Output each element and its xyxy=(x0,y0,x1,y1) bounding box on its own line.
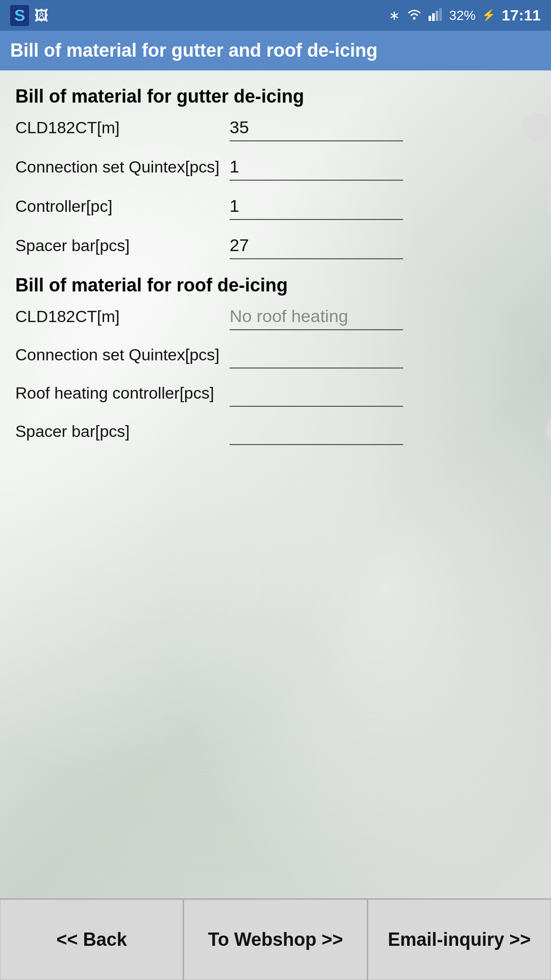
svg-rect-3 xyxy=(436,11,438,21)
battery-text: 32% xyxy=(449,8,475,23)
roof-spacer-label: Spacer bar[pcs] xyxy=(15,422,230,445)
battery-icon: ⚡ xyxy=(482,9,495,22)
gutter-spacer-label: Spacer bar[pcs] xyxy=(15,236,230,259)
roof-controller-label: Roof heating controller[pcs] xyxy=(15,384,230,407)
gutter-section-title: Bill of material for gutter de-icing xyxy=(15,86,536,107)
gutter-controller-value: 1 xyxy=(230,196,403,220)
roof-spacer-row: Spacer bar[pcs] xyxy=(15,422,536,445)
roof-connection-row: Connection set Quintex[pcs] xyxy=(15,346,536,369)
gutter-controller-row: Controller[pc] 1 xyxy=(15,196,536,220)
scroll-indicator xyxy=(546,414,551,445)
roof-cld182ct-placeholder: No roof heating xyxy=(230,306,403,330)
gutter-spacer-row: Spacer bar[pcs] 27 xyxy=(15,235,536,259)
roof-controller-row: Roof heating controller[pcs] xyxy=(15,384,536,407)
gutter-cld182ct-row: CLD182CT[m] 35 xyxy=(15,117,536,141)
gutter-controller-toggle[interactable] xyxy=(546,189,551,220)
app-title: Bill of material for gutter and roof de-… xyxy=(10,40,378,61)
wifi-icon xyxy=(406,7,422,24)
signal-icon xyxy=(429,7,443,24)
photo-icon: 🖼 xyxy=(34,7,48,24)
status-right-icons: ∗ 32% ⚡ 17:11 xyxy=(389,7,541,24)
roof-connection-value xyxy=(230,346,403,369)
status-left-icons: S 🖼 xyxy=(10,5,48,26)
gutter-cld182ct-value: 35 xyxy=(230,117,403,141)
gutter-connection-value: 1 xyxy=(230,157,403,181)
gutter-cld182ct-label: CLD182CT[m] xyxy=(15,118,230,141)
gutter-spacer-value: 27 xyxy=(230,235,403,259)
svg-rect-1 xyxy=(429,16,431,21)
gutter-cld182ct-toggle[interactable] xyxy=(522,113,551,141)
roof-spacer-value xyxy=(230,423,403,445)
roof-cld182ct-row: CLD182CT[m] No roof heating xyxy=(15,306,536,330)
app-icon-s: S xyxy=(10,5,29,26)
roof-controller-value xyxy=(230,384,403,407)
svg-rect-2 xyxy=(432,13,435,21)
bluetooth-icon: ∗ xyxy=(389,8,400,23)
main-content: Bill of material for gutter de-icing CLD… xyxy=(0,70,551,898)
roof-cld182ct-label: CLD182CT[m] xyxy=(15,307,230,330)
app-title-bar: Bill of material for gutter and roof de-… xyxy=(0,31,551,70)
status-bar: S 🖼 ∗ 32% ⚡ 17:11 xyxy=(0,0,551,31)
roof-section: Bill of material for roof de-icing CLD18… xyxy=(15,275,536,445)
back-button[interactable]: << Back xyxy=(0,899,184,980)
email-button[interactable]: Email-inquiry >> xyxy=(368,899,551,980)
svg-point-0 xyxy=(413,17,416,19)
gutter-section: Bill of material for gutter de-icing CLD… xyxy=(15,86,536,259)
gutter-connection-label: Connection set Quintex[pcs] xyxy=(15,158,230,181)
svg-rect-4 xyxy=(439,8,442,21)
gutter-controller-label: Controller[pc] xyxy=(15,197,230,220)
bottom-buttons: << Back To Webshop >> Email-inquiry >> xyxy=(0,898,551,980)
roof-section-title: Bill of material for roof de-icing xyxy=(15,275,536,296)
roof-connection-label: Connection set Quintex[pcs] xyxy=(15,346,230,369)
gutter-connection-row: Connection set Quintex[pcs] 1 xyxy=(15,157,536,181)
clock: 17:11 xyxy=(502,7,541,24)
webshop-button[interactable]: To Webshop >> xyxy=(184,899,367,980)
